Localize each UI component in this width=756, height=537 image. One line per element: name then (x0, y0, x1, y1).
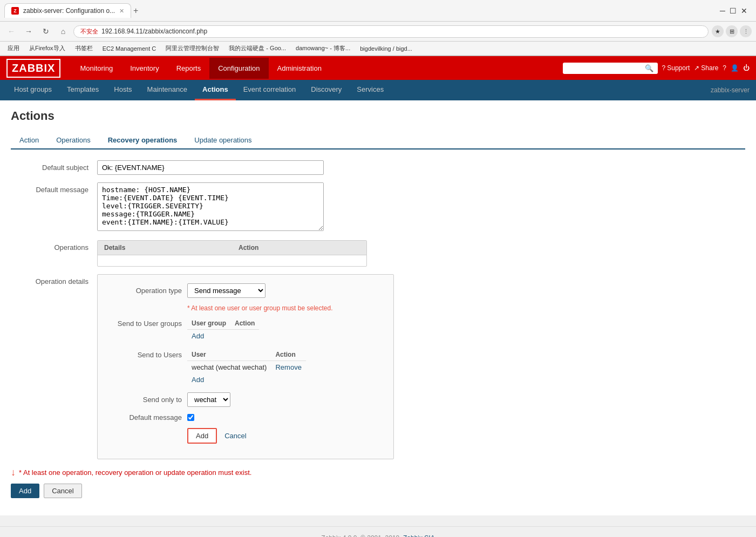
add-user-link[interactable]: Add (192, 376, 204, 384)
refresh-button[interactable]: ↻ (39, 24, 53, 38)
default-message-label: Default message (11, 182, 97, 194)
operations-label: Operations (11, 240, 97, 251)
send-to-users-row: Send to Users User Action (106, 349, 385, 386)
operations-row: Operations Details Action (11, 240, 745, 267)
insecure-icon: 不安全 (80, 28, 98, 36)
footer-text: Zabbix 4.0.0. © 2001–2018, (321, 534, 401, 537)
search-icon: 🔍 (645, 64, 653, 72)
support-icon: ? (662, 64, 666, 72)
table-row: wechat (wechat wechat) Remove (187, 361, 306, 374)
minimize-button[interactable]: ─ (720, 6, 725, 15)
bookmark-toolbar[interactable]: 书签栏 (72, 43, 96, 53)
address-bar[interactable]: 不安全 192.168.94.11/zabbix/actionconf.php (73, 25, 709, 38)
menu-icon[interactable]: ⋮ (740, 25, 752, 37)
tab-operations[interactable]: Operations (47, 132, 99, 149)
browser-titlebar: Z zabbix-server: Configuration o... ✕ + … (0, 0, 756, 22)
subnav-actions[interactable]: Actions (195, 80, 236, 100)
close-window-button[interactable]: ✕ (741, 6, 747, 15)
subnav-host-groups[interactable]: Host groups (6, 80, 59, 100)
header-search[interactable]: 🔍 (563, 63, 658, 74)
tab-recovery-operations[interactable]: Recovery operations (99, 132, 186, 149)
user-button[interactable]: 👤 (731, 64, 739, 72)
bookmark-damo[interactable]: damowang~ - 博客... (292, 43, 353, 53)
back-button[interactable]: ← (4, 24, 18, 38)
forward-button[interactable]: → (22, 24, 36, 38)
add-final-button[interactable]: Add (11, 484, 39, 498)
table-row: Add (187, 330, 259, 343)
default-message-checkbox-wrapper (187, 414, 194, 421)
bookmark-apps[interactable]: 应用 (4, 43, 23, 53)
remove-user-link[interactable]: Remove (275, 363, 301, 371)
op-type-label: Operation type (106, 287, 182, 295)
extensions-icon[interactable]: ⊞ (726, 25, 738, 37)
page-title: Actions (11, 109, 745, 123)
nav-reports[interactable]: Reports (168, 58, 210, 79)
default-message-textarea[interactable]: hostname: {HOST.NAME} Time:{EVENT.DATE} … (97, 182, 324, 231)
default-subject-input[interactable] (97, 160, 324, 175)
op-type-row: Operation type Send message Remote comma… (106, 283, 385, 298)
default-subject-label: Default subject (11, 160, 97, 172)
send-to-user-groups-row: Send to User groups User group Action (106, 317, 385, 342)
tabs: Action Operations Recovery operations Up… (11, 132, 745, 149)
nav-inventory[interactable]: Inventory (121, 58, 167, 79)
share-button[interactable]: ↗ Share (694, 64, 718, 72)
tab-title: zabbix-server: Configuration o... (23, 7, 115, 15)
operation-details-panel: Operation type Send message Remote comma… (97, 274, 394, 459)
header-search-input[interactable] (567, 64, 643, 72)
tab-close-button[interactable]: ✕ (119, 8, 124, 15)
users-table: User Action wechat (wechat wechat) Remov… (187, 349, 306, 386)
subnav-discovery[interactable]: Discovery (303, 80, 349, 100)
bookmarks-bar: 应用 从Firefox导入 书签栏 EC2 Management C 阿里云管理… (0, 42, 756, 56)
support-button[interactable]: ? Support (662, 64, 690, 72)
help-button[interactable]: ? (723, 64, 726, 72)
zabbix-logo[interactable]: ZABBIX (6, 59, 60, 78)
browser-chrome: Z zabbix-server: Configuration o... ✕ + … (0, 0, 756, 56)
bookmark-star-icon[interactable]: ★ (712, 25, 724, 37)
error-message-row: ↓ * At least one operation, recovery ope… (11, 467, 745, 478)
subnav-hosts[interactable]: Hosts (106, 80, 139, 100)
browser-controls: ← → ↻ ⌂ 不安全 192.168.94.11/zabbix/actionc… (0, 22, 756, 42)
bookmark-firefox[interactable]: 从Firefox导入 (26, 43, 69, 53)
server-label: zabbix-server (711, 81, 750, 99)
default-message-field: hostname: {HOST.NAME} Time:{EVENT.DATE} … (97, 182, 745, 233)
tab-favicon: Z (11, 7, 19, 15)
operations-col-details: Details (98, 241, 232, 255)
main-nav: Monitoring Inventory Reports Configurati… (71, 58, 562, 79)
page-content: Actions Action Operations Recovery opera… (0, 100, 756, 515)
operations-col-action: Action (232, 241, 366, 255)
add-user-group-link[interactable]: Add (192, 332, 204, 340)
maximize-button[interactable]: ☐ (730, 6, 737, 15)
home-button[interactable]: ⌂ (56, 24, 70, 38)
subnav-templates[interactable]: Templates (59, 80, 106, 100)
subnav-event-correlation[interactable]: Event correlation (236, 80, 304, 100)
tab-action[interactable]: Action (11, 132, 47, 149)
nav-configuration[interactable]: Configuration (209, 58, 268, 79)
logout-button[interactable]: ⏻ (743, 64, 750, 72)
address-text: 192.168.94.11/zabbix/actionconf.php (101, 28, 207, 35)
nav-administration[interactable]: Administration (269, 58, 330, 79)
new-tab-button[interactable]: + (133, 6, 138, 16)
send-only-to-select[interactable]: - All - wechat email sms (187, 392, 230, 407)
operation-type-select[interactable]: Send message Remote command (187, 283, 265, 298)
user-col-header: User (187, 349, 271, 361)
bookmark-ec2[interactable]: EC2 Management C (99, 44, 160, 53)
bookmark-gdrive[interactable]: 我的云端硬盘 - Goo... (226, 43, 289, 53)
cancel-final-button[interactable]: Cancel (44, 484, 81, 498)
browser-tab[interactable]: Z zabbix-server: Configuration o... ✕ (4, 3, 131, 18)
final-buttons-row: Add Cancel (11, 484, 745, 498)
error-arrow-icon: ↓ (11, 467, 16, 478)
subnav-services[interactable]: Services (349, 80, 391, 100)
default-message-checkbox-row: Default message (106, 413, 385, 422)
bookmark-bigdevil[interactable]: bigdevilking / bigd... (357, 44, 416, 53)
tab-update-operations[interactable]: Update operations (186, 132, 260, 149)
cancel-operation-link[interactable]: Cancel (224, 432, 246, 440)
default-message-cb-label: Default message (106, 413, 182, 422)
required-error: * At least one user or user group must b… (187, 304, 385, 312)
default-message-checkbox[interactable] (187, 414, 194, 421)
nav-monitoring[interactable]: Monitoring (71, 58, 121, 79)
add-operation-button[interactable]: Add (187, 428, 217, 444)
footer-link[interactable]: Zabbix SIA (403, 534, 435, 537)
table-row: Add (187, 373, 306, 386)
bookmark-aliyun[interactable]: 阿里云管理控制台智 (162, 43, 222, 53)
subnav-maintenance[interactable]: Maintenance (140, 80, 195, 100)
